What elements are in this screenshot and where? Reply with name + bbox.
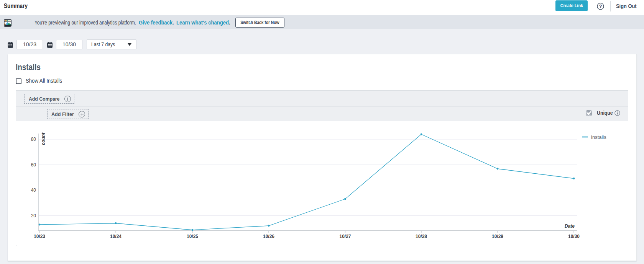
svg-text:20: 20: [31, 213, 36, 218]
svg-text:10/28: 10/28: [416, 234, 427, 239]
svg-text:10/30: 10/30: [568, 234, 580, 239]
svg-text:80: 80: [31, 137, 36, 142]
svg-text:40: 40: [31, 187, 36, 193]
svg-text:installs: installs: [591, 134, 606, 140]
svg-text:10/26: 10/26: [263, 234, 274, 239]
svg-text:10/23: 10/23: [34, 234, 45, 239]
svg-text:10/25: 10/25: [187, 234, 198, 239]
svg-text:10/27: 10/27: [339, 234, 351, 239]
svg-text:count: count: [41, 132, 46, 145]
svg-text:60: 60: [31, 162, 36, 168]
svg-text:10/24: 10/24: [110, 234, 122, 239]
svg-text:10/29: 10/29: [492, 234, 503, 239]
svg-text:?: ?: [599, 4, 602, 9]
svg-text:Date: Date: [565, 223, 575, 229]
